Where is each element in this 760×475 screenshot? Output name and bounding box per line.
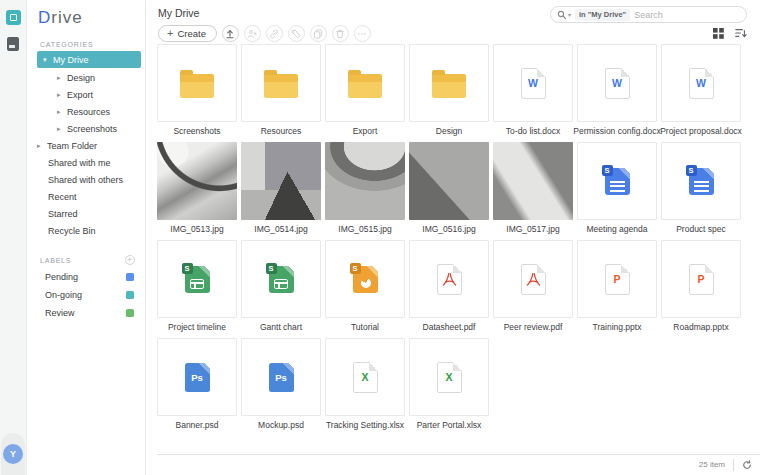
file-card[interactable]: SGantt chart: [241, 240, 321, 331]
main-panel: My Drive ▾ in "My Drive" + Create Screen…: [146, 0, 760, 475]
upload-button[interactable]: [222, 25, 239, 42]
photo-thumbnail: [241, 142, 321, 220]
file-card[interactable]: IMG_0514.jpg: [241, 142, 321, 233]
file-card[interactable]: XTracking Setting.xlsx: [325, 338, 405, 429]
grid-view-button[interactable]: [713, 28, 724, 39]
file-card[interactable]: PsMockup.psd: [241, 338, 321, 429]
tag-button[interactable]: [288, 25, 305, 42]
search-scope-caret-icon[interactable]: ▾: [568, 11, 571, 18]
file-card[interactable]: Peer review.pdf: [493, 240, 573, 331]
file-name: Roadmap.pptx: [661, 322, 741, 332]
file-card[interactable]: IMG_0515.jpg: [325, 142, 405, 233]
link-button[interactable]: [266, 25, 283, 42]
file-card[interactable]: XParter Portal.xlsx: [409, 338, 489, 429]
view-toggles: [713, 28, 747, 39]
folder-icon: [180, 74, 214, 98]
file-card[interactable]: PRoadmap.pptx: [661, 240, 741, 331]
label-name: Pending: [45, 272, 126, 282]
chevron-right-icon[interactable]: ▸: [57, 125, 64, 133]
search-scope-chip[interactable]: in "My Drive": [575, 9, 630, 21]
file-card[interactable]: WTo-do list.docx: [493, 44, 573, 135]
avatar[interactable]: Y: [3, 444, 23, 464]
ssheet-file-icon: S: [269, 266, 294, 293]
sidebar-item-screenshots[interactable]: ▸Screenshots: [27, 120, 145, 137]
refresh-button[interactable]: [742, 460, 752, 470]
sidebar-item-resources[interactable]: ▸Resources: [27, 103, 145, 120]
app-launcher-icon[interactable]: [6, 10, 21, 25]
file-card[interactable]: Datasheet.pdf: [409, 240, 489, 331]
folder-icon: [264, 74, 298, 98]
file-card[interactable]: SProject timeline: [157, 240, 237, 331]
sidebar-item-label: My Drive: [53, 55, 89, 65]
file-name: IMG_0517.jpg: [493, 224, 573, 234]
sidebar-nav: ▾My Drive▸Design▸Export▸Resources▸Screen…: [27, 51, 145, 239]
pdf-file-icon: [521, 264, 546, 295]
sidebar-item-recycle-bin[interactable]: Recycle Bin: [27, 222, 145, 239]
sidebar-item-export[interactable]: ▸Export: [27, 86, 145, 103]
file-card[interactable]: IMG_0513.jpg: [157, 142, 237, 233]
sslides-file-icon: S: [353, 266, 378, 293]
file-card[interactable]: SProduct spec: [661, 142, 741, 233]
file-card[interactable]: PTraining.pptx: [577, 240, 657, 331]
search-bar[interactable]: ▾ in "My Drive": [550, 6, 747, 23]
add-user-button[interactable]: [244, 25, 261, 42]
file-name: Product spec: [661, 224, 741, 234]
plus-icon: +: [167, 28, 173, 39]
sidebar-item-label: Resources: [67, 107, 110, 117]
chevron-right-icon[interactable]: ▸: [37, 142, 44, 150]
copy-button[interactable]: [310, 25, 327, 42]
sidebar-item-team-folder[interactable]: ▸Team Folder: [27, 137, 145, 154]
sidebar-item-label: Shared with me: [48, 158, 111, 168]
file-card[interactable]: IMG_0516.jpg: [409, 142, 489, 233]
copy-icon: [313, 29, 323, 39]
file-name: To-do list.docx: [493, 126, 573, 136]
file-card[interactable]: PsBanner.psd: [157, 338, 237, 429]
upload-icon: [225, 29, 235, 39]
sidebar-item-shared-with-me[interactable]: Shared with me: [27, 154, 145, 171]
sdoc-file-icon: S: [605, 168, 630, 195]
add-user-icon: [247, 29, 257, 39]
label-item-review[interactable]: Review: [27, 304, 145, 322]
add-label-button[interactable]: +: [125, 255, 135, 265]
documents-shortcut-icon[interactable]: [7, 37, 19, 51]
search-input[interactable]: [634, 10, 734, 20]
toolbar-actions: [222, 25, 371, 42]
sidebar-item-label: Recycle Bin: [48, 226, 96, 236]
file-name: Screenshots: [157, 126, 237, 136]
sidebar-item-shared-with-others[interactable]: Shared with others: [27, 171, 145, 188]
chevron-down-icon[interactable]: ▾: [43, 56, 50, 64]
status-bar: 25 item: [146, 454, 760, 475]
label-color-swatch: [126, 273, 134, 281]
link-icon: [269, 29, 279, 39]
file-card[interactable]: Screenshots: [157, 44, 237, 135]
labels-header-text: LABELS: [40, 257, 71, 264]
label-item-on-going[interactable]: On-going: [27, 286, 145, 304]
status-divider: [733, 459, 734, 471]
photo-thumbnail: [325, 142, 405, 220]
file-card[interactable]: Design: [409, 44, 489, 135]
trash-button[interactable]: [332, 25, 349, 42]
sort-button[interactable]: [735, 28, 747, 39]
more-button[interactable]: [354, 25, 371, 42]
sidebar-item-my-drive[interactable]: ▾My Drive: [37, 51, 141, 68]
sidebar-item-recent[interactable]: Recent: [27, 188, 145, 205]
file-card[interactable]: IMG_0517.jpg: [493, 142, 573, 233]
file-name: Meeting agenda: [577, 224, 657, 234]
file-card[interactable]: Export: [325, 44, 405, 135]
file-card[interactable]: WPermission config.docx: [577, 44, 657, 135]
sidebar-item-design[interactable]: ▸Design: [27, 69, 145, 86]
chevron-right-icon[interactable]: ▸: [57, 74, 64, 82]
sidebar-item-label: Starred: [48, 209, 78, 219]
file-name: Banner.psd: [157, 420, 237, 430]
label-item-pending[interactable]: Pending: [27, 268, 145, 286]
sidebar-item-starred[interactable]: Starred: [27, 205, 145, 222]
chevron-right-icon[interactable]: ▸: [57, 91, 64, 99]
chevron-right-icon[interactable]: ▸: [57, 108, 64, 116]
file-card[interactable]: WProject proposal.docx: [661, 44, 741, 135]
create-button[interactable]: + Create: [158, 25, 217, 42]
file-card[interactable]: Resources: [241, 44, 321, 135]
label-name: Review: [45, 308, 126, 318]
psd-file-icon: Ps: [185, 363, 210, 392]
file-card[interactable]: SMeeting agenda: [577, 142, 657, 233]
file-card[interactable]: STutorial: [325, 240, 405, 331]
